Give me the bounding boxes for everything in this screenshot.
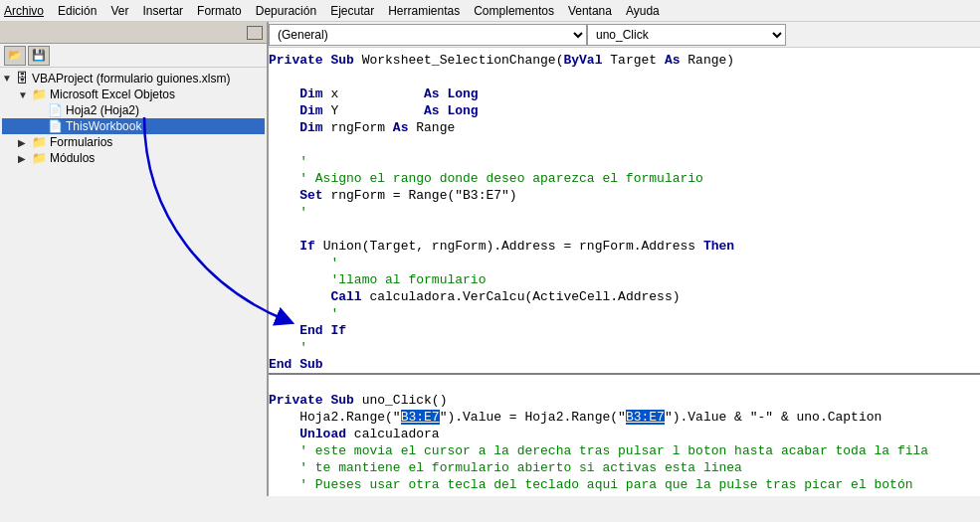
code-line: ' Pueses usar otra tecla del teclado aqu… (269, 476, 980, 493)
procedure-dropdown[interactable]: uno_Click (587, 24, 786, 46)
code-line: If Union(Target, rngForm).Address = rngF… (269, 238, 980, 255)
tree-item-excel_objetos[interactable]: ▼📁Microsoft Excel Objetos (2, 87, 265, 102)
code-line: Dim x As Long (269, 86, 980, 102)
main-layout: 📂 💾 ▼🗄VBAProject (formulario guiones.xls… (0, 22, 980, 496)
menu-formato[interactable]: Formato (197, 4, 242, 18)
code-line: Private Sub uno_Click() (269, 392, 980, 409)
code-line (269, 136, 980, 153)
code-line: ' (269, 305, 980, 322)
code-toolbar: (General) uno_Click (269, 22, 980, 48)
code-line: ' (269, 255, 980, 271)
panel-toolbar: 📂 💾 (0, 44, 267, 68)
code-line: End Sub (269, 356, 980, 373)
code-line: ' SendKeys "{TAB}" (269, 493, 980, 496)
code-line: ' (269, 204, 980, 221)
menu-edicion[interactable]: Edición (58, 4, 97, 18)
code-line (269, 69, 980, 86)
left-panel: 📂 💾 ▼🗄VBAProject (formulario guiones.xls… (0, 22, 269, 496)
menu-insertar[interactable]: Insertar (142, 4, 183, 18)
menu-complementos[interactable]: Complementos (474, 4, 554, 18)
tree-item-hoja2[interactable]: 📄Hoja2 (Hoja2) (2, 102, 265, 118)
menu-bar: Archivo Edición Ver Insertar Formato Dep… (0, 0, 980, 22)
menu-ventana[interactable]: Ventana (568, 4, 612, 18)
code-line: ' Asigno el rango donde deseo aparezca e… (269, 170, 980, 187)
menu-ver[interactable]: Ver (110, 4, 128, 18)
code-line: Hoja2.Range("B3:E7").Value = Hoja2.Range… (269, 409, 980, 426)
menu-ejecutar[interactable]: Ejecutar (330, 4, 374, 18)
code-line: Dim rngForm As Range (269, 119, 980, 136)
code-line: Private Sub Worksheet_SelectionChange(By… (269, 52, 980, 69)
code-line: Dim Y As Long (269, 102, 980, 119)
right-panel: (General) uno_Click Private Sub Workshee… (269, 22, 980, 496)
save-button[interactable]: 💾 (28, 46, 50, 66)
panel-header (0, 22, 267, 44)
code-line: ' (269, 153, 980, 170)
context-dropdown[interactable]: (General) (269, 24, 587, 46)
code-line: Set rngForm = Range("B3:E7") (269, 187, 980, 204)
menu-archivo[interactable]: Archivo (4, 4, 44, 18)
code-line: ' te mantiene el formulario abierto si a… (269, 459, 980, 476)
tree-item-vbaproject[interactable]: ▼🗄VBAProject (formulario guiones.xlsm) (2, 70, 265, 87)
code-line: ' (269, 339, 980, 356)
menu-depuracion[interactable]: Depuración (256, 4, 316, 18)
project-tree: ▼🗄VBAProject (formulario guiones.xlsm)▼📁… (0, 68, 267, 496)
code-line: 'llamo al formulario (269, 271, 980, 288)
code-line: Unload calculadora (269, 426, 980, 442)
code-line: Call calculadora.VerCalcu(ActiveCell.Add… (269, 288, 980, 305)
menu-ayuda[interactable]: Ayuda (626, 4, 660, 18)
folder-open-button[interactable]: 📂 (4, 46, 26, 66)
code-line (269, 375, 980, 392)
code-line: ' este movia el cursor a la derecha tras… (269, 442, 980, 459)
tree-item-thisworkbook[interactable]: 📄ThisWorkbook (2, 118, 265, 134)
tree-item-formularios[interactable]: ▶📁Formularios (2, 134, 265, 150)
code-area[interactable]: Private Sub Worksheet_SelectionChange(By… (269, 48, 980, 496)
code-line: End If (269, 322, 980, 339)
menu-herramientas[interactable]: Herramientas (388, 4, 460, 18)
panel-close-button[interactable] (247, 26, 263, 40)
tree-item-modulos[interactable]: ▶📁Módulos (2, 150, 265, 166)
code-line (269, 221, 980, 238)
